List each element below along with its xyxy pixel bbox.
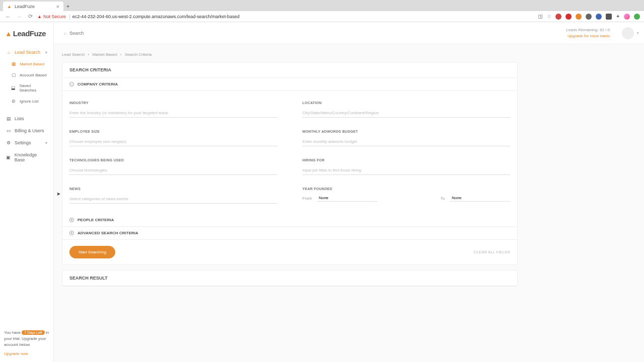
sidebar-item-ignore-list[interactable]: ⊘ Ignore List [9, 96, 49, 106]
tab-bar: ▲ LeadFuze × + [0, 0, 644, 11]
sidebar-item-billing[interactable]: ▭ Billing & Users [4, 125, 49, 136]
sidebar: ▲ LeadFuze ⌕ Lead Search ▾ ▦ Market Base… [0, 22, 54, 362]
company-criteria-toggle[interactable]: − COMPANY CRITERIA [62, 78, 517, 91]
search-result-panel: SEARCH RESULT [62, 270, 518, 287]
not-secure-badge: ▲ Not Secure [37, 14, 66, 19]
avatar[interactable]: ▾ [622, 27, 634, 39]
chevron-down-icon: ▾ [45, 141, 47, 145]
tab-title: LeadFuze [15, 4, 35, 9]
upgrade-now-link[interactable]: Upgrade now [4, 351, 28, 357]
adwords-field: MONTHLY ADWORDS BUDGET [302, 130, 510, 146]
industry-input[interactable] [69, 109, 277, 118]
building-icon: ▢ [11, 72, 16, 77]
leads-remaining: Leads Remaining: 82 / 0 [566, 28, 610, 32]
hiring-input[interactable] [302, 166, 510, 175]
sidebar-item-lists[interactable]: ▤ Lists [4, 113, 49, 124]
people-criteria-toggle[interactable]: + PEOPLE CRITERIA [62, 214, 517, 227]
breadcrumb-item[interactable]: Market Based [93, 52, 117, 57]
logo-text: LeadFuze [13, 29, 46, 38]
field-label: LOCATION [302, 101, 510, 105]
sidebar-item-account-based[interactable]: ▢ Account Based [9, 70, 49, 80]
employee-size-field: EMPLOYEE SIZE [69, 130, 277, 146]
leads-info: Leads Remaining: 82 / 0 Upgrade for more… [566, 28, 610, 38]
employee-size-input[interactable] [69, 137, 277, 146]
content: Lead Search › Market Based › Search Crit… [54, 44, 644, 300]
new-tab-button[interactable]: + [63, 2, 72, 11]
back-icon[interactable]: ← [4, 13, 12, 21]
sidebar-item-saved-searches[interactable]: ⬓ Saved Searches [9, 81, 49, 95]
field-label: MONTHLY ADWORDS BUDGET [302, 130, 510, 133]
chevron-down-icon: ▾ [45, 50, 47, 55]
browser-chrome: ▲ LeadFuze × + ← → ⟳ ▲ Not Secure | ec2-… [0, 0, 644, 22]
url-bar: ← → ⟳ ▲ Not Secure | ec2-44-232-204-60.u… [0, 11, 644, 22]
hiring-field: HIRING FOR [302, 158, 510, 175]
reload-icon[interactable]: ⟳ [26, 13, 34, 21]
sidebar-item-lead-search[interactable]: ⌕ Lead Search ▾ [4, 47, 49, 58]
panel-header: SEARCH CRITERIA [62, 62, 517, 78]
trial-box: You have 7 Days Left in your trial. Upgr… [4, 330, 49, 357]
ext-icon[interactable] [606, 14, 612, 20]
close-icon[interactable]: × [56, 4, 59, 10]
card-icon: ▭ [6, 128, 11, 133]
star-icon[interactable]: ☆ [547, 14, 551, 19]
chevron-down-icon: ▾ [637, 31, 639, 35]
news-field: NEWS [69, 187, 277, 204]
book-icon: ▣ [6, 155, 11, 160]
advanced-criteria-toggle[interactable]: + ADVANCED SEARCH CRITERIA [62, 227, 517, 240]
breadcrumb-item[interactable]: Lead Search [62, 52, 85, 57]
ext-icon[interactable] [566, 14, 572, 20]
trial-badge: 7 Days Left [22, 330, 44, 335]
year-to-input[interactable] [450, 195, 510, 202]
main: ⌕ Leads Remaining: 82 / 0 Upgrade for mo… [54, 22, 644, 362]
breadcrumb-item: Search Criteria [125, 52, 151, 57]
app: ▲ LeadFuze ⌕ Lead Search ▾ ▦ Market Base… [0, 22, 644, 362]
company-criteria-body: INDUSTRY LOCATION EMPLOYEE SIZE MONTHLY … [62, 91, 517, 214]
sidebar-item-settings[interactable]: ⚙ Settings ▾ [4, 137, 49, 148]
topbar: ⌕ Leads Remaining: 82 / 0 Upgrade for mo… [54, 22, 644, 44]
ext-icon[interactable] [596, 14, 602, 20]
year-from-label: From [302, 196, 312, 201]
field-label: NEWS [69, 187, 277, 191]
ext-icon[interactable] [634, 14, 640, 20]
adwords-input[interactable] [302, 137, 510, 146]
clear-all-link[interactable]: CLEAR ALL FIELDS [473, 250, 510, 254]
collapse-icon: − [69, 82, 74, 86]
news-input[interactable] [69, 195, 277, 204]
sidebar-item-market-based[interactable]: ▦ Market Based [9, 59, 49, 69]
browser-tab[interactable]: ▲ LeadFuze × [3, 2, 63, 11]
upgrade-link[interactable]: Upgrade for more leads [566, 34, 610, 38]
puzzle-icon[interactable]: ✦ [616, 14, 620, 19]
ext-icon[interactable] [576, 14, 582, 20]
avatar-icon[interactable] [624, 14, 630, 20]
field-label: YEAR FOUNDED [302, 187, 510, 191]
start-searching-button[interactable]: Start Searching [69, 246, 115, 258]
flame-icon: ▲ [5, 30, 12, 38]
field-label: HIRING FOR [302, 158, 510, 162]
forward-icon[interactable]: → [15, 13, 23, 21]
field-label: TECHNOLOGIES BEING USED [69, 158, 277, 162]
technologies-field: TECHNOLOGIES BEING USED [69, 158, 277, 175]
technologies-input[interactable] [69, 166, 277, 175]
save-icon: ⬓ [11, 85, 16, 90]
sidebar-item-knowledge[interactable]: ▣ Knowledge Base [4, 149, 49, 165]
chevron-right-icon: › [120, 52, 122, 57]
search-icon: ⌕ [64, 31, 66, 36]
logo: ▲ LeadFuze [4, 27, 49, 47]
location-field: LOCATION [302, 101, 510, 118]
ext-icon[interactable] [586, 14, 592, 20]
search-input[interactable] [69, 31, 170, 36]
industry-field: INDUSTRY [69, 101, 277, 118]
search-criteria-panel: SEARCH CRITERIA − COMPANY CRITERIA INDUS… [62, 62, 518, 265]
key-icon[interactable]: ⚿ [538, 14, 543, 19]
field-label: EMPLOYEE SIZE [69, 130, 277, 133]
year-founded-field: YEAR FOUNDED From To [302, 187, 510, 204]
year-from-input[interactable] [317, 195, 377, 202]
ext-icon[interactable] [555, 14, 561, 20]
panel-footer: Start Searching CLEAR ALL FIELDS [62, 240, 517, 264]
url-text[interactable]: ec2-44-232-204-60.us-west-2.compute.amaz… [72, 14, 538, 19]
flame-icon: ▲ [7, 4, 12, 9]
field-label: INDUSTRY [69, 101, 277, 105]
year-to-label: To [441, 196, 445, 201]
extensions: ⚿ ☆ ✦ [538, 14, 640, 20]
location-input[interactable] [302, 109, 510, 118]
